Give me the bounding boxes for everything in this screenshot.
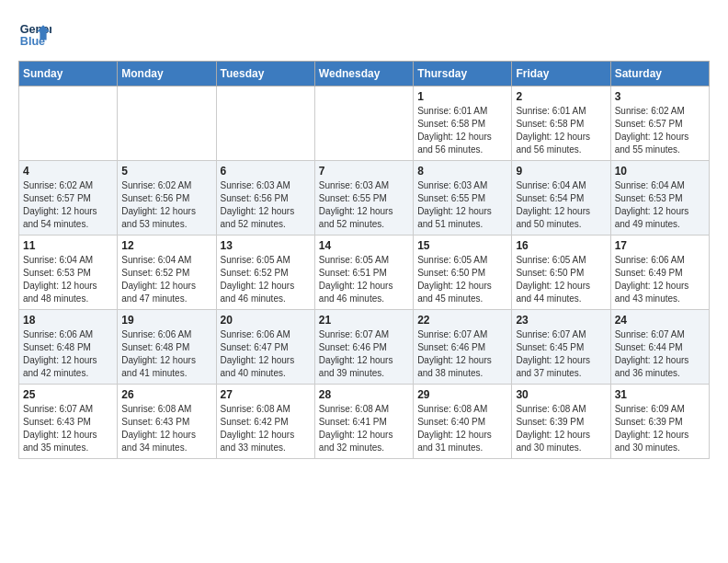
calendar-cell: 15Sunrise: 6:05 AM Sunset: 6:50 PM Dayli… [414, 236, 512, 310]
day-number: 3 [615, 90, 705, 103]
day-info: Sunrise: 6:06 AM Sunset: 6:49 PM Dayligh… [615, 254, 705, 305]
day-info: Sunrise: 6:07 AM Sunset: 6:46 PM Dayligh… [417, 328, 507, 380]
calendar-cell: 25Sunrise: 6:07 AM Sunset: 6:43 PM Dayli… [19, 385, 118, 459]
calendar-cell: 18Sunrise: 6:06 AM Sunset: 6:48 PM Dayli… [19, 310, 118, 385]
day-info: Sunrise: 6:09 AM Sunset: 6:39 PM Dayligh… [615, 403, 705, 454]
calendar-cell: 20Sunrise: 6:06 AM Sunset: 6:47 PM Dayli… [216, 310, 314, 385]
calendar-week-row: 11Sunrise: 6:04 AM Sunset: 6:53 PM Dayli… [19, 236, 710, 310]
day-info: Sunrise: 6:05 AM Sunset: 6:50 PM Dayligh… [516, 254, 606, 305]
calendar-cell [118, 86, 216, 161]
day-number: 27 [221, 388, 311, 401]
calendar-week-row: 18Sunrise: 6:06 AM Sunset: 6:48 PM Dayli… [19, 310, 710, 385]
day-number: 24 [615, 314, 705, 327]
calendar-cell: 27Sunrise: 6:08 AM Sunset: 6:42 PM Dayli… [216, 385, 314, 459]
calendar-table: SundayMondayTuesdayWednesdayThursdayFrid… [18, 61, 710, 459]
day-info: Sunrise: 6:06 AM Sunset: 6:47 PM Dayligh… [221, 328, 311, 380]
page-header: General Blue [18, 18, 710, 52]
day-number: 30 [516, 388, 606, 401]
day-info: Sunrise: 6:04 AM Sunset: 6:54 PM Dayligh… [516, 179, 606, 231]
day-info: Sunrise: 6:04 AM Sunset: 6:52 PM Dayligh… [121, 254, 211, 305]
day-number: 12 [121, 239, 211, 252]
day-number: 17 [615, 239, 705, 252]
calendar-cell: 26Sunrise: 6:08 AM Sunset: 6:43 PM Dayli… [118, 385, 216, 459]
calendar-cell: 6Sunrise: 6:03 AM Sunset: 6:56 PM Daylig… [216, 161, 314, 236]
calendar-weekday-header: Tuesday [216, 62, 314, 86]
calendar-cell [314, 86, 413, 161]
day-info: Sunrise: 6:03 AM Sunset: 6:55 PM Dayligh… [417, 179, 507, 231]
day-number: 19 [121, 314, 211, 327]
day-info: Sunrise: 6:08 AM Sunset: 6:43 PM Dayligh… [121, 403, 211, 454]
day-number: 1 [417, 90, 507, 103]
day-number: 15 [417, 239, 507, 252]
day-number: 7 [319, 165, 409, 178]
calendar-cell: 14Sunrise: 6:05 AM Sunset: 6:51 PM Dayli… [314, 236, 413, 310]
calendar-cell: 19Sunrise: 6:06 AM Sunset: 6:48 PM Dayli… [118, 310, 216, 385]
calendar-weekday-header: Monday [118, 62, 216, 86]
calendar-cell: 22Sunrise: 6:07 AM Sunset: 6:46 PM Dayli… [414, 310, 512, 385]
day-info: Sunrise: 6:07 AM Sunset: 6:43 PM Dayligh… [23, 403, 113, 454]
calendar-cell: 5Sunrise: 6:02 AM Sunset: 6:56 PM Daylig… [118, 161, 216, 236]
day-number: 6 [221, 165, 311, 178]
calendar-cell: 2Sunrise: 6:01 AM Sunset: 6:58 PM Daylig… [512, 86, 610, 161]
day-info: Sunrise: 6:05 AM Sunset: 6:50 PM Dayligh… [417, 254, 507, 305]
calendar-cell: 23Sunrise: 6:07 AM Sunset: 6:45 PM Dayli… [512, 310, 610, 385]
day-info: Sunrise: 6:01 AM Sunset: 6:58 PM Dayligh… [417, 105, 507, 156]
day-info: Sunrise: 6:05 AM Sunset: 6:52 PM Dayligh… [221, 254, 311, 305]
day-number: 28 [319, 388, 409, 401]
calendar-cell: 28Sunrise: 6:08 AM Sunset: 6:41 PM Dayli… [314, 385, 413, 459]
day-info: Sunrise: 6:06 AM Sunset: 6:48 PM Dayligh… [23, 328, 113, 380]
day-number: 18 [23, 314, 113, 327]
day-info: Sunrise: 6:08 AM Sunset: 6:42 PM Dayligh… [221, 403, 311, 454]
day-number: 25 [23, 388, 113, 401]
day-number: 9 [516, 165, 606, 178]
calendar-cell: 9Sunrise: 6:04 AM Sunset: 6:54 PM Daylig… [512, 161, 610, 236]
calendar-cell: 30Sunrise: 6:08 AM Sunset: 6:39 PM Dayli… [512, 385, 610, 459]
day-number: 8 [417, 165, 507, 178]
day-number: 4 [23, 165, 113, 178]
day-number: 22 [417, 314, 507, 327]
day-number: 2 [516, 90, 606, 103]
day-info: Sunrise: 6:05 AM Sunset: 6:51 PM Dayligh… [319, 254, 409, 305]
calendar-cell: 21Sunrise: 6:07 AM Sunset: 6:46 PM Dayli… [314, 310, 413, 385]
calendar-header-row: SundayMondayTuesdayWednesdayThursdayFrid… [19, 62, 710, 86]
day-number: 26 [121, 388, 211, 401]
calendar-cell: 7Sunrise: 6:03 AM Sunset: 6:55 PM Daylig… [314, 161, 413, 236]
day-info: Sunrise: 6:08 AM Sunset: 6:41 PM Dayligh… [319, 403, 409, 454]
calendar-cell: 11Sunrise: 6:04 AM Sunset: 6:53 PM Dayli… [19, 236, 118, 310]
calendar-cell: 29Sunrise: 6:08 AM Sunset: 6:40 PM Dayli… [414, 385, 512, 459]
day-info: Sunrise: 6:02 AM Sunset: 6:57 PM Dayligh… [615, 105, 705, 156]
day-number: 10 [615, 165, 705, 178]
day-info: Sunrise: 6:02 AM Sunset: 6:56 PM Dayligh… [121, 179, 211, 231]
calendar-cell: 10Sunrise: 6:04 AM Sunset: 6:53 PM Dayli… [610, 161, 709, 236]
calendar-cell [216, 86, 314, 161]
calendar-cell: 4Sunrise: 6:02 AM Sunset: 6:57 PM Daylig… [19, 161, 118, 236]
day-info: Sunrise: 6:03 AM Sunset: 6:56 PM Dayligh… [221, 179, 311, 231]
day-number: 16 [516, 239, 606, 252]
day-number: 5 [121, 165, 211, 178]
calendar-cell: 8Sunrise: 6:03 AM Sunset: 6:55 PM Daylig… [414, 161, 512, 236]
day-number: 29 [417, 388, 507, 401]
day-number: 20 [221, 314, 311, 327]
calendar-cell: 24Sunrise: 6:07 AM Sunset: 6:44 PM Dayli… [610, 310, 709, 385]
calendar-weekday-header: Sunday [19, 62, 118, 86]
day-number: 21 [319, 314, 409, 327]
day-info: Sunrise: 6:01 AM Sunset: 6:58 PM Dayligh… [516, 105, 606, 156]
day-number: 11 [23, 239, 113, 252]
day-number: 13 [221, 239, 311, 252]
calendar-cell: 12Sunrise: 6:04 AM Sunset: 6:52 PM Dayli… [118, 236, 216, 310]
calendar-cell: 31Sunrise: 6:09 AM Sunset: 6:39 PM Dayli… [610, 385, 709, 459]
calendar-week-row: 1Sunrise: 6:01 AM Sunset: 6:58 PM Daylig… [19, 86, 710, 161]
logo-icon: General Blue [18, 18, 51, 52]
day-info: Sunrise: 6:07 AM Sunset: 6:46 PM Dayligh… [319, 328, 409, 380]
day-info: Sunrise: 6:08 AM Sunset: 6:40 PM Dayligh… [417, 403, 507, 454]
calendar-weekday-header: Thursday [414, 62, 512, 86]
day-info: Sunrise: 6:03 AM Sunset: 6:55 PM Dayligh… [319, 179, 409, 231]
day-info: Sunrise: 6:04 AM Sunset: 6:53 PM Dayligh… [615, 179, 705, 231]
calendar-weekday-header: Friday [512, 62, 610, 86]
calendar-cell: 3Sunrise: 6:02 AM Sunset: 6:57 PM Daylig… [610, 86, 709, 161]
day-info: Sunrise: 6:06 AM Sunset: 6:48 PM Dayligh… [121, 328, 211, 380]
calendar-week-row: 25Sunrise: 6:07 AM Sunset: 6:43 PM Dayli… [19, 385, 710, 459]
calendar-cell: 17Sunrise: 6:06 AM Sunset: 6:49 PM Dayli… [610, 236, 709, 310]
day-number: 23 [516, 314, 606, 327]
calendar-week-row: 4Sunrise: 6:02 AM Sunset: 6:57 PM Daylig… [19, 161, 710, 236]
